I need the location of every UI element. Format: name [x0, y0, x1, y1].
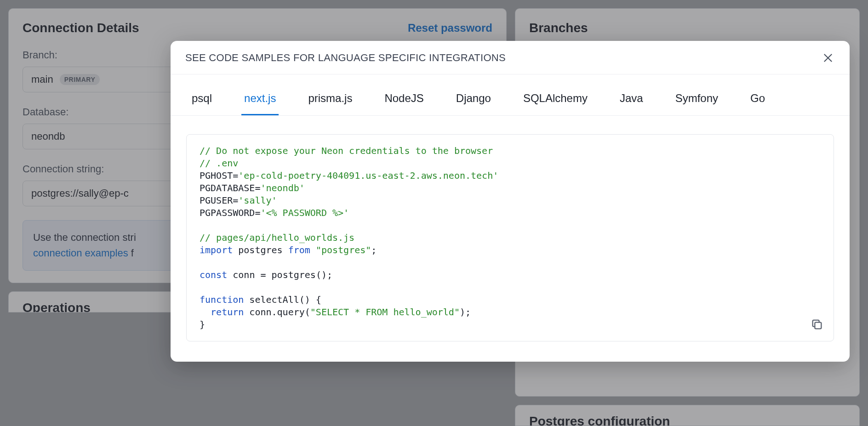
code-block: // Do not expose your Neon credentials t… — [186, 134, 834, 341]
modal-title: SEE CODE SAMPLES FOR LANGUAGE SPECIFIC I… — [185, 52, 506, 64]
tab-go[interactable]: Go — [748, 87, 768, 115]
tab-symfony[interactable]: Symfony — [673, 87, 721, 115]
tab-psql[interactable]: psql — [189, 87, 215, 115]
tab-prismajs[interactable]: prisma.js — [305, 87, 355, 115]
tab-java[interactable]: Java — [617, 87, 646, 115]
tab-django[interactable]: Django — [453, 87, 494, 115]
tab-nodejs[interactable]: NodeJS — [382, 87, 426, 115]
copy-code-button[interactable] — [811, 318, 823, 331]
copy-icon — [811, 318, 823, 331]
tab-nextjs[interactable]: next.js — [241, 87, 279, 115]
tab-sqlalchemy[interactable]: SQLAlchemy — [520, 87, 590, 115]
code-content: // Do not expose your Neon credentials t… — [200, 145, 821, 331]
svg-rect-2 — [815, 322, 821, 329]
close-icon — [822, 52, 834, 64]
code-samples-modal: SEE CODE SAMPLES FOR LANGUAGE SPECIFIC I… — [171, 41, 850, 362]
language-tabs: psql next.js prisma.js NodeJS Django SQL… — [171, 87, 850, 116]
modal-close-button[interactable] — [821, 51, 835, 65]
